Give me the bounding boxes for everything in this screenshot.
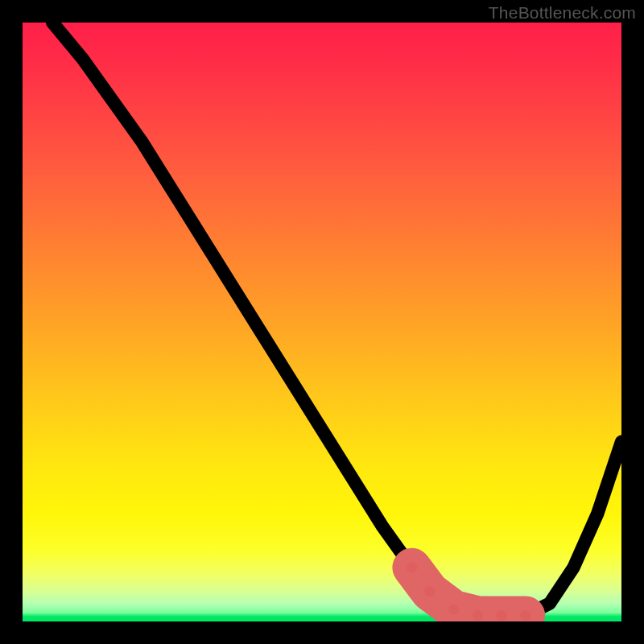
bottleneck-curve [52,23,621,616]
svg-point-2 [448,604,459,614]
plot-area [23,23,621,621]
svg-point-1 [424,586,435,597]
watermark-text: TheBottleneck.com [489,3,636,23]
chart-frame: TheBottleneck.com [0,0,644,644]
svg-point-5 [520,610,530,621]
svg-point-4 [497,610,507,621]
svg-point-0 [407,562,417,572]
svg-point-3 [473,610,483,621]
curve-svg [23,23,621,621]
